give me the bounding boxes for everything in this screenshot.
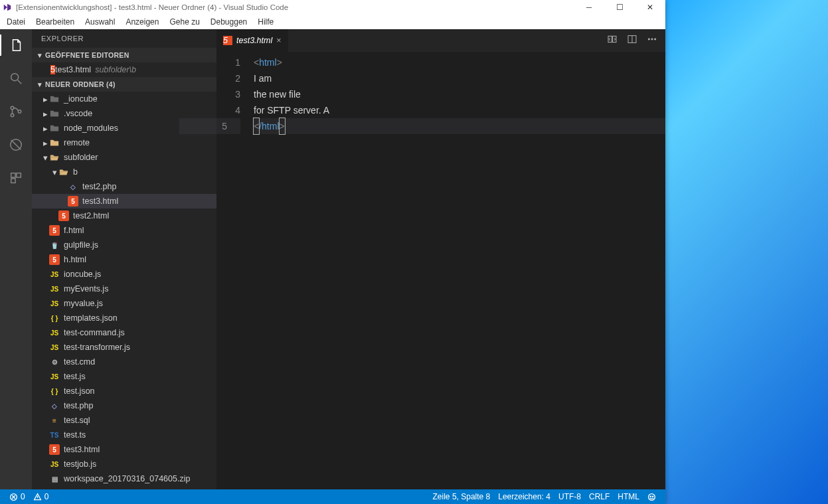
folder-subfolder[interactable]: ▾subfolder (32, 150, 216, 165)
status-indent[interactable]: Leerzeichen: 4 (494, 492, 554, 501)
folderdot-icon (49, 123, 60, 133)
menu-bearbeiten[interactable]: Bearbeiten (31, 16, 80, 28)
activity-scm[interactable] (0, 101, 32, 122)
statusbar: 0 0 Zeile 5, Spalte 8 Leerzeichen: 4 UTF… (0, 489, 665, 504)
compare-icon[interactable] (607, 34, 618, 47)
html-icon: 5 (49, 444, 60, 455)
status-errors[interactable]: 0 (5, 492, 29, 501)
line-number: 5 (179, 118, 240, 134)
status-cursor[interactable]: Zeile 5, Spalte 8 (429, 492, 495, 501)
gulp-icon: 🥤 (49, 240, 60, 250)
file-test2-php[interactable]: ◇test2.php (32, 179, 216, 194)
tab-close-icon[interactable]: × (276, 36, 281, 45)
tree-label: test2.html (73, 211, 109, 220)
svg-point-13 (655, 39, 656, 40)
file-test-cmd[interactable]: ⚙test.cmd (32, 355, 216, 369)
vs-logo-icon (3, 3, 12, 12)
code-line[interactable]: </html> (254, 118, 665, 134)
tree-label: remote (64, 138, 90, 147)
tree-label: test2.php (82, 182, 116, 191)
menu-hilfe[interactable]: Hilfe (252, 16, 279, 28)
tree-label: ioncube.js (64, 270, 101, 279)
tree-label: test-command.js (64, 328, 125, 337)
status-encoding[interactable]: UTF-8 (554, 492, 585, 501)
file-test-sql[interactable]: ≡test.sql (32, 413, 216, 428)
status-warnings[interactable]: 0 (29, 492, 53, 501)
chevron-right-icon: ▸ (41, 109, 49, 119)
file-f-html[interactable]: 5f.html (32, 223, 216, 238)
file-test2-html[interactable]: 5test2.html (32, 209, 216, 223)
activity-explorer[interactable] (0, 35, 32, 56)
maximize-button[interactable]: ☐ (604, 0, 635, 15)
activitybar (0, 29, 32, 489)
file-templates-json[interactable]: { }templates.json (32, 311, 216, 325)
tree-label: test3.html (82, 197, 118, 206)
vscode-window: [Extensionentwicklungshost] - test3.html… (0, 0, 665, 504)
file-myvalue-js[interactable]: JSmyvalue.js (32, 296, 216, 311)
code-line[interactable]: the new file (254, 86, 665, 102)
folder-icon (49, 152, 60, 163)
folder-b[interactable]: ▾b (32, 165, 216, 179)
file-test3-html[interactable]: 5test3.html (32, 442, 216, 457)
menu-gehe zu[interactable]: Gehe zu (164, 16, 205, 28)
file-testjob-js[interactable]: JStestjob.js (32, 457, 216, 471)
sql-icon: ≡ (49, 415, 60, 426)
menu-anzeigen[interactable]: Anzeigen (120, 16, 164, 28)
tree-label: test.cmd (64, 357, 95, 367)
file-test-transformer-js[interactable]: JStest-transformer.js (32, 340, 216, 355)
file-test3-html[interactable]: 5test3.html (32, 194, 216, 209)
more-actions-icon[interactable] (647, 34, 657, 47)
zip-icon: ▤ (49, 473, 60, 484)
workspace-section[interactable]: ▾ NEUER ORDNER (4) (32, 77, 216, 92)
chevron-down-icon: ▾ (41, 153, 49, 163)
tree-label: b (73, 167, 78, 177)
menu-auswahl[interactable]: Auswahl (80, 16, 120, 28)
file-gulpfile-js[interactable]: 🥤gulpfile.js (32, 238, 216, 252)
minimize-button[interactable]: ─ (574, 0, 604, 15)
line-number: 3 (216, 86, 240, 102)
code-line[interactable]: for SFTP server. A (254, 102, 665, 118)
file-tree: ▸_ioncube▸.vscode▸node_modules▸remote▾su… (32, 92, 216, 489)
open-editor-item[interactable]: 5 test3.html subfolder\b (32, 62, 216, 77)
file-myevents-js[interactable]: JSmyEvents.js (32, 282, 216, 296)
status-eol[interactable]: CRLF (585, 492, 614, 501)
js-icon: JS (49, 459, 60, 469)
cmd-icon: ⚙ (49, 357, 60, 367)
tree-label: f.html (64, 226, 84, 235)
svg-point-12 (651, 39, 653, 40)
folder-remote[interactable]: ▸remote (32, 135, 216, 150)
file-test-php[interactable]: ◇test.php (32, 398, 216, 413)
tab-label: test3.html (236, 36, 272, 45)
activity-debug[interactable] (0, 134, 32, 155)
file-test-ts[interactable]: TStest.ts (32, 428, 216, 442)
code-editor[interactable]: 12345 <html>I amthe new filefor SFTP ser… (216, 52, 665, 489)
php-icon: ◇ (68, 181, 78, 192)
open-editors-section[interactable]: ▾ GEÖFFNETE EDITOREN (32, 48, 216, 62)
activity-search[interactable] (0, 68, 32, 89)
file-h-html[interactable]: 5h.html (32, 252, 216, 267)
status-language[interactable]: HTML (614, 492, 643, 501)
code-body[interactable]: <html>I amthe new filefor SFTP server. A… (254, 52, 665, 489)
file-test-command-js[interactable]: JStest-command.js (32, 325, 216, 340)
code-line[interactable]: I am (254, 70, 665, 86)
menu-datei[interactable]: Datei (1, 16, 31, 28)
folderdot-icon (49, 94, 60, 104)
status-feedback-icon[interactable] (643, 493, 660, 501)
code-line[interactable]: <html> (254, 54, 665, 70)
menubar: DateiBearbeitenAuswahlAnzeigenGehe zuDeb… (0, 15, 665, 29)
menu-debuggen[interactable]: Debuggen (205, 16, 252, 28)
activity-extensions[interactable] (0, 167, 32, 189)
tree-label: templates.json (64, 313, 118, 323)
file-workspace-20170316-074605-zip[interactable]: ▤workspace_20170316_074605.zip (32, 471, 216, 486)
close-button[interactable]: ✕ (635, 0, 665, 15)
svg-rect-5 (11, 173, 15, 177)
open-editor-name: test3.html (55, 65, 91, 74)
file-test-js[interactable]: JStest.js (32, 369, 216, 384)
file-ioncube-js[interactable]: JSioncube.js (32, 267, 216, 282)
file-test-json[interactable]: { }test.json (32, 384, 216, 398)
split-editor-icon[interactable] (627, 34, 637, 47)
folder--ioncube[interactable]: ▸_ioncube (32, 92, 216, 106)
html-icon: 5 (223, 36, 232, 45)
tab-test3-html[interactable]: 5 test3.html × (216, 29, 289, 52)
tree-label: node_modules (64, 124, 118, 133)
